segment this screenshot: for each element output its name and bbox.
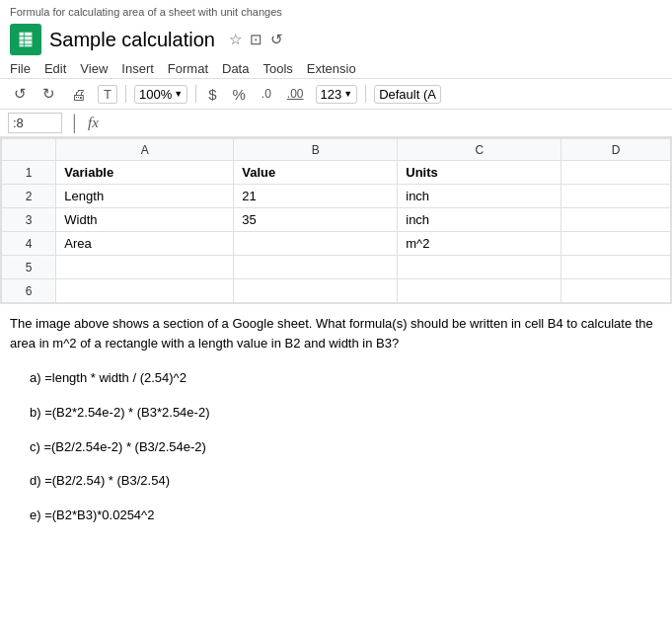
row-header-5: 5 <box>2 256 56 279</box>
cell-a1[interactable]: Variable <box>56 161 234 185</box>
cell-d3[interactable] <box>561 208 671 232</box>
app-title: Sample calculation <box>49 29 215 51</box>
percent-button[interactable]: % <box>228 84 249 105</box>
menu-format[interactable]: Format <box>168 61 208 76</box>
row-header-2: 2 <box>2 185 56 208</box>
answer-a-formula: =length * width / (2.54)^2 <box>44 370 187 385</box>
question-text: The image above shows a section of a Goo… <box>0 304 672 358</box>
answer-d-label: d) <box>30 473 44 488</box>
toolbar-divider-2 <box>195 85 196 103</box>
menu-edit[interactable]: Edit <box>44 61 66 76</box>
sheets-app-icon <box>10 24 41 55</box>
answer-b-label: b) <box>30 405 44 420</box>
number-format-dropdown[interactable]: 123 ▼ <box>316 85 358 104</box>
cell-b4[interactable] <box>234 232 398 256</box>
answer-e-label: e) <box>30 508 44 522</box>
table-row: 6 <box>2 279 671 303</box>
cell-c5[interactable] <box>398 256 561 279</box>
toolbar: ↺ ↻ 🖨 T 100% ▼ $ % .0 .00 123 ▼ Default … <box>0 78 672 110</box>
print-button[interactable]: 🖨 <box>67 84 90 105</box>
paint-format-button[interactable]: T <box>98 85 117 104</box>
formula-separator: │ <box>70 115 80 132</box>
fx-icon: fx <box>88 115 99 131</box>
toolbar-divider-3 <box>365 85 366 103</box>
number-format-arrow-icon: ▼ <box>343 89 352 99</box>
zoom-control[interactable]: 100% ▼ <box>134 85 187 104</box>
star-icon[interactable]: ☆ <box>229 31 242 48</box>
cell-d4[interactable] <box>561 232 671 256</box>
decimal-increase-button[interactable]: .00 <box>283 85 308 103</box>
menu-bar: File Edit View Insert Format Data Tools … <box>0 59 672 78</box>
col-header-d[interactable]: D <box>561 139 671 161</box>
row-header-3: 3 <box>2 208 56 232</box>
cell-b1[interactable]: Value <box>234 161 398 185</box>
zoom-value: 100% <box>139 87 172 102</box>
menu-tools[interactable]: Tools <box>262 61 292 76</box>
cell-c3[interactable]: inch <box>398 208 561 232</box>
redo-button[interactable]: ↻ <box>38 83 59 105</box>
cell-d1[interactable] <box>561 161 671 185</box>
font-dropdown[interactable]: Default (A <box>374 85 441 104</box>
cell-b3[interactable]: 35 <box>234 208 398 232</box>
cell-d2[interactable] <box>561 185 671 208</box>
cell-b6[interactable] <box>234 279 398 303</box>
top-label: Formula for calculating area of a sheet … <box>0 0 672 20</box>
corner-header <box>2 139 56 161</box>
cell-b2[interactable]: 21 <box>234 185 398 208</box>
app-header: Sample calculation ☆ ⊡ ↺ <box>0 20 672 59</box>
toolbar-divider-1 <box>125 85 126 103</box>
answer-e-formula: =(B2*B3)*0.0254^2 <box>44 508 154 522</box>
answer-b-formula: =(B2*2.54e-2) * (B3*2.54e-2) <box>44 405 209 420</box>
cell-a3[interactable]: Width <box>56 208 234 232</box>
answer-e: e) =(B2*B3)*0.0254^2 <box>30 506 642 526</box>
decimal-decrease-button[interactable]: .0 <box>258 85 275 103</box>
menu-data[interactable]: Data <box>222 61 249 76</box>
history-icon[interactable]: ↺ <box>270 31 283 48</box>
answer-c-formula: =(B2/2.54e-2) * (B3/2.54e-2) <box>43 439 205 454</box>
cell-d6[interactable] <box>561 279 671 303</box>
cell-a4[interactable]: Area <box>56 232 234 256</box>
drive-icon[interactable]: ⊡ <box>250 31 262 48</box>
table-row: 1 Variable Value Units <box>2 161 671 185</box>
cell-c1[interactable]: Units <box>398 161 561 185</box>
cell-reference-input[interactable] <box>8 113 62 133</box>
answer-c: c) =(B2/2.54e-2) * (B3/2.54e-2) <box>30 437 642 458</box>
zoom-arrow-icon: ▼ <box>174 89 183 99</box>
menu-extensio[interactable]: Extensio <box>307 61 356 76</box>
menu-view[interactable]: View <box>80 61 108 76</box>
font-label: Default (A <box>379 87 436 102</box>
cell-d5[interactable] <box>561 256 671 279</box>
col-header-c[interactable]: C <box>398 139 561 161</box>
answer-d-formula: =(B2/2.54) * (B3/2.54) <box>44 473 170 488</box>
answers-section: a) =length * width / (2.54)^2 b) =(B2*2.… <box>0 358 672 550</box>
table-row: 5 <box>2 256 671 279</box>
answer-b: b) =(B2*2.54e-2) * (B3*2.54e-2) <box>30 403 642 424</box>
answer-d: d) =(B2/2.54) * (B3/2.54) <box>30 471 642 492</box>
answer-a-label: a) <box>30 370 44 385</box>
answer-c-label: c) <box>30 439 43 454</box>
spreadsheet: A B C D 1 Variable Value Units 2 Length … <box>0 137 672 304</box>
col-header-b[interactable]: B <box>234 139 398 161</box>
cell-a2[interactable]: Length <box>56 185 234 208</box>
table-row: 4 Area m^2 <box>2 232 671 256</box>
cell-c2[interactable]: inch <box>398 185 561 208</box>
number-format-label: 123 <box>321 87 342 102</box>
row-header-4: 4 <box>2 232 56 256</box>
col-header-a[interactable]: A <box>56 139 234 161</box>
row-header-1: 1 <box>2 161 56 185</box>
cell-a5[interactable] <box>56 256 234 279</box>
currency-button[interactable]: $ <box>204 84 220 105</box>
menu-file[interactable]: File <box>10 61 31 76</box>
formula-input[interactable] <box>107 116 664 130</box>
undo-button[interactable]: ↺ <box>10 83 31 105</box>
cell-c6[interactable] <box>398 279 561 303</box>
cell-a6[interactable] <box>56 279 234 303</box>
cell-c4[interactable]: m^2 <box>398 232 561 256</box>
row-header-6: 6 <box>2 279 56 303</box>
table-row: 3 Width 35 inch <box>2 208 671 232</box>
menu-insert[interactable]: Insert <box>121 61 154 76</box>
table-row: 2 Length 21 inch <box>2 185 671 208</box>
cell-b5[interactable] <box>234 256 398 279</box>
header-icons: ☆ ⊡ ↺ <box>229 31 283 48</box>
formula-bar: │ fx <box>0 110 672 137</box>
